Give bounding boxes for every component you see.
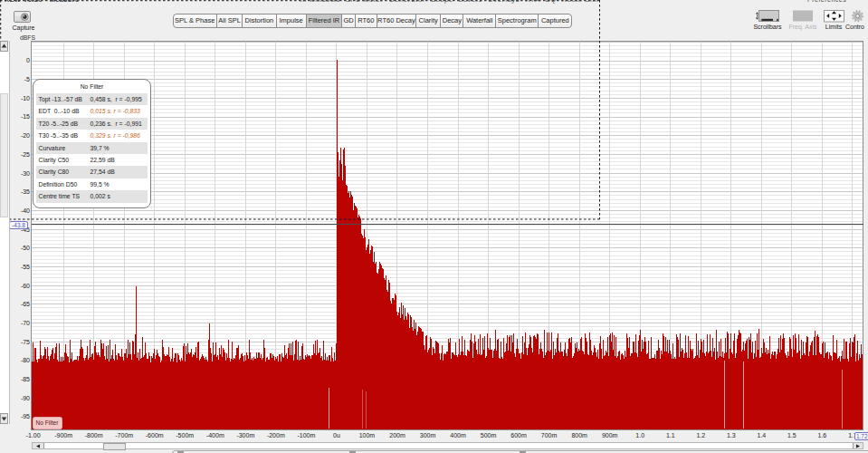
svg-text:-80: -80: [21, 357, 30, 363]
svg-text:1.0: 1.0: [635, 432, 644, 439]
svg-text:-95: -95: [21, 413, 30, 419]
svg-text:-400m: -400m: [206, 432, 224, 439]
svg-text:-300m: -300m: [236, 432, 254, 439]
svg-text:-85: -85: [21, 376, 30, 382]
svg-text:-200m: -200m: [267, 432, 285, 439]
svg-text:200m: 200m: [389, 432, 405, 439]
svg-text:-60: -60: [21, 283, 30, 289]
svg-text:-55: -55: [21, 264, 30, 270]
svg-text:0u: 0u: [333, 432, 340, 439]
svg-text:-100m: -100m: [297, 432, 315, 439]
svg-text:-75: -75: [21, 339, 30, 345]
svg-text:100m: 100m: [359, 432, 376, 439]
svg-text:300m: 300m: [420, 432, 436, 439]
svg-text:900m: 900m: [602, 432, 618, 439]
svg-text:-600m: -600m: [146, 432, 164, 439]
svg-text:-900m: -900m: [54, 432, 72, 439]
svg-text:-50: -50: [21, 245, 30, 251]
svg-text:700m: 700m: [541, 432, 558, 439]
svg-text:-1.00: -1.00: [26, 432, 41, 439]
svg-text:-90: -90: [21, 395, 30, 401]
svg-text:500m: 500m: [481, 432, 497, 439]
svg-text:-800m: -800m: [85, 432, 103, 439]
svg-text:800m: 800m: [571, 432, 587, 439]
svg-text:1.2: 1.2: [696, 432, 705, 439]
svg-text:1.6: 1.6: [818, 432, 827, 439]
svg-text:1.5: 1.5: [787, 432, 796, 439]
svg-text:-65: -65: [21, 301, 30, 307]
svg-text:-500m: -500m: [176, 432, 194, 439]
svg-text:-700m: -700m: [115, 432, 133, 439]
svg-text:400m: 400m: [450, 432, 466, 439]
svg-text:-70: -70: [21, 320, 30, 326]
svg-text:1.4: 1.4: [758, 432, 767, 439]
svg-text:1.3: 1.3: [727, 432, 736, 439]
svg-text:600m: 600m: [510, 432, 527, 439]
svg-text:1.1: 1.1: [666, 432, 675, 439]
